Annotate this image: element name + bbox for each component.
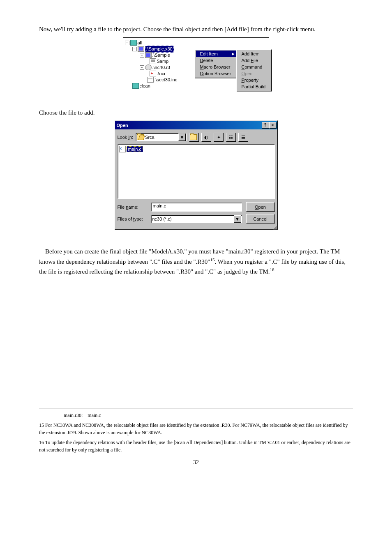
list-view-button[interactable]: ☷ <box>226 133 236 142</box>
file-type-label: Files of type: <box>118 216 147 221</box>
figure-open-dialog: Open ? × Look in: Srca ▼ ◐ ✦ ☷ ☰ <box>39 120 353 230</box>
tree-item-samp[interactable]: Samp <box>157 58 169 64</box>
file-item-mainc[interactable]: main.c <box>119 146 143 152</box>
menu-open-disabled: Open <box>238 70 270 77</box>
new-folder-button[interactable]: ✦ <box>214 133 224 142</box>
tree-item-clean[interactable]: clean <box>140 83 150 89</box>
paragraph-add-file: Now, we'll try adding a file to the proj… <box>39 25 353 34</box>
folder-up-icon <box>190 134 197 140</box>
menu-delete[interactable]: Delete <box>196 57 236 64</box>
dialog-title: Open <box>117 123 128 128</box>
tree-collapse-icon[interactable]: − <box>140 65 144 70</box>
menu-property[interactable]: Property <box>238 77 270 83</box>
footnotes: main.r30: main.c 15 For NC30WA and NC308… <box>39 408 353 454</box>
footnote-15: 15 For NC30WA and NC308WA, the relocatab… <box>39 421 353 436</box>
help-button[interactable]: ? <box>262 122 269 129</box>
footnote-ref-15: 15 <box>210 257 214 262</box>
desktop-button[interactable]: ◐ <box>201 133 211 142</box>
chip-icon <box>145 52 152 58</box>
tree-item-sample[interactable]: .\Sample <box>152 52 170 58</box>
open-button[interactable]: Open <box>246 202 275 212</box>
tree-item-sect30[interactable]: .\sect30.inc <box>154 77 178 83</box>
context-menu: Edit Item▶ Delete Macro Browser Option B… <box>195 49 238 78</box>
menu-partial-build[interactable]: Partial Build <box>238 83 270 90</box>
tree-collapse-icon[interactable]: − <box>125 41 129 45</box>
footnote-rule <box>39 408 353 408</box>
look-in-value: Srca <box>145 135 154 140</box>
resize-grip-icon[interactable]: ◢ <box>115 226 277 229</box>
dropdown-icon[interactable]: ▼ <box>178 134 186 141</box>
c-file-icon <box>119 146 126 152</box>
dropdown-icon[interactable]: ▼ <box>234 215 241 223</box>
paragraph-explain: Before you can create the final object f… <box>39 247 353 276</box>
context-submenu: Add Item Add File Command Open Property … <box>236 49 272 91</box>
cancel-button[interactable]: Cancel <box>246 214 275 223</box>
menu-edit-item[interactable]: Edit Item▶ <box>196 51 236 57</box>
look-in-combo[interactable]: Srca ▼ <box>136 133 187 141</box>
footnote-caption: main.r30: main.c <box>39 412 353 419</box>
look-in-label: Look in: <box>118 135 134 140</box>
chip-icon <box>138 46 144 52</box>
close-button[interactable]: × <box>269 122 277 129</box>
stack-icon <box>132 83 139 89</box>
footnote-16: 16 To update the dependency relations wi… <box>39 439 353 454</box>
tree-item-ncrt0[interactable]: .\ncrt0.r3 <box>152 64 170 71</box>
paragraph-choose-file: Choose the file to add. <box>39 108 353 117</box>
details-view-button[interactable]: ☰ <box>238 133 248 142</box>
page-number: 32 <box>39 459 353 466</box>
open-dialog: Open ? × Look in: Srca ▼ ◐ ✦ ☷ ☰ <box>115 120 278 230</box>
dialog-titlebar: Open ? × <box>115 121 277 129</box>
file-name-input[interactable]: main.c <box>151 203 242 212</box>
folder-open-icon <box>137 134 144 140</box>
file-type-combo[interactable]: nc30 (*.c) ▼ <box>151 215 242 223</box>
file-name-label: File name: <box>118 205 147 210</box>
tree-collapse-icon[interactable]: − <box>132 47 137 51</box>
stack-icon <box>130 40 137 46</box>
box-plus-icon <box>150 71 156 76</box>
menu-command[interactable]: Command <box>238 64 270 70</box>
tree-root-label: all <box>138 40 143 46</box>
up-one-level-button[interactable] <box>189 133 199 142</box>
menu-option-browser[interactable]: Option Browser <box>196 70 236 77</box>
tree-item-ncr[interactable]: .\ncr <box>157 71 166 77</box>
menu-macro-browser[interactable]: Macro Browser <box>196 64 236 70</box>
file-item-label: main.c <box>127 146 143 152</box>
file-icon <box>150 58 156 64</box>
footnote-ref-16: 16 <box>270 267 274 272</box>
file-type-value: nc30 (*.c) <box>152 216 172 221</box>
gear-icon <box>145 64 152 70</box>
menu-add-file[interactable]: Add File <box>238 57 270 64</box>
tree-collapse-icon[interactable]: − <box>140 53 144 58</box>
menu-add-item[interactable]: Add Item <box>238 51 270 57</box>
file-icon <box>147 77 154 83</box>
submenu-arrow-icon: ▶ <box>232 52 235 56</box>
figure-context-menu: −all −.\Sample.x30 −.\Sample Samp −.\ncr… <box>39 37 353 92</box>
tree-selected-item[interactable]: .\Sample.x30 <box>145 46 174 53</box>
file-list[interactable]: main.c <box>118 144 275 199</box>
